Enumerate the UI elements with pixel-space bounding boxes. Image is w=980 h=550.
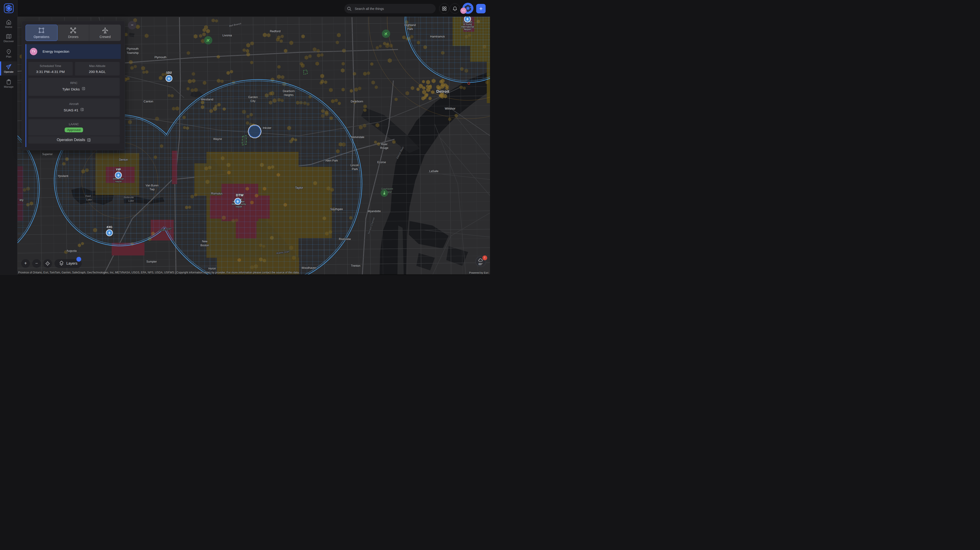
svg-text:Inkster: Inkster bbox=[263, 126, 272, 129]
svg-text:Taylor: Taylor bbox=[295, 186, 303, 190]
svg-text:Westland: Westland bbox=[201, 97, 213, 101]
svg-text:Sumpter: Sumpter bbox=[146, 260, 157, 263]
svg-text:Trenton: Trenton bbox=[351, 264, 361, 268]
svg-text:Van Buren: Van Buren bbox=[146, 184, 159, 187]
svg-text:New: New bbox=[202, 240, 207, 243]
svg-text:Southgate: Southgate bbox=[330, 207, 343, 211]
svg-text:Riverview: Riverview bbox=[339, 238, 351, 241]
svg-text:ery: ery bbox=[19, 198, 24, 202]
svg-text:Ecorse: Ecorse bbox=[377, 161, 386, 164]
svg-text:International: International bbox=[461, 26, 474, 28]
svg-text:Romulus: Romulus bbox=[211, 192, 223, 195]
svg-text:43G: 43G bbox=[107, 225, 113, 229]
svg-text:Lake: Lake bbox=[128, 199, 134, 202]
svg-text:Township: Township bbox=[127, 51, 138, 54]
svg-text:Plymouth: Plymouth bbox=[154, 56, 166, 59]
svg-text:Hamtramck: Hamtramck bbox=[430, 35, 445, 38]
svg-text:Woodhaven: Woodhaven bbox=[302, 266, 316, 269]
svg-text:Redford: Redford bbox=[270, 29, 280, 33]
svg-text:Airport: Airport bbox=[235, 205, 242, 208]
svg-text:City: City bbox=[251, 99, 256, 103]
svg-text:Augusta: Augusta bbox=[67, 249, 76, 252]
svg-text:Ford: Ford bbox=[85, 194, 91, 198]
svg-text:LaSalle: LaSalle bbox=[429, 170, 439, 173]
svg-text:Windsor: Windsor bbox=[445, 107, 455, 110]
svg-text:Melvindale: Melvindale bbox=[351, 136, 364, 139]
svg-text:Heights: Heights bbox=[284, 93, 294, 97]
svg-text:Denton: Denton bbox=[119, 158, 128, 161]
svg-text:Park: Park bbox=[352, 167, 358, 171]
svg-text:Dearborn: Dearborn bbox=[283, 89, 295, 93]
svg-text:Airport: Airport bbox=[464, 28, 471, 30]
svg-text:Allen Park: Allen Park bbox=[325, 159, 338, 162]
svg-text:Twp: Twp bbox=[150, 188, 154, 191]
svg-text:Rouge: Rouge bbox=[380, 147, 388, 150]
svg-text:Wayne: Wayne bbox=[213, 137, 222, 140]
svg-text:Superior: Superior bbox=[42, 153, 52, 156]
svg-text:Boston: Boston bbox=[200, 244, 209, 247]
svg-text:Lake: Lake bbox=[86, 198, 92, 201]
svg-text:Airport: Airport bbox=[115, 180, 122, 183]
svg-text:Dearborn: Dearborn bbox=[351, 100, 363, 103]
svg-text:YIP: YIP bbox=[116, 168, 121, 171]
svg-text:1D2: 1D2 bbox=[166, 71, 172, 74]
svg-text:DTW: DTW bbox=[236, 193, 243, 197]
svg-text:Livonia: Livonia bbox=[223, 33, 232, 37]
svg-text:Ypsilanti: Ypsilanti bbox=[58, 174, 68, 178]
svg-text:Highland: Highland bbox=[404, 24, 416, 27]
svg-text:Canton: Canton bbox=[143, 100, 153, 103]
svg-text:Detroit: Detroit bbox=[436, 89, 450, 93]
svg-text:River: River bbox=[381, 143, 387, 146]
svg-text:Park: Park bbox=[407, 27, 413, 30]
svg-text:Wyandotte: Wyandotte bbox=[368, 210, 381, 213]
svg-text:A Young: A Young bbox=[463, 23, 472, 26]
svg-text:Garden: Garden bbox=[248, 96, 258, 99]
svg-text:Huron: Huron bbox=[208, 267, 216, 270]
svg-text:Belleville: Belleville bbox=[124, 196, 134, 199]
svg-text:Plymouth: Plymouth bbox=[127, 47, 138, 50]
svg-text:Lincoln: Lincoln bbox=[350, 164, 359, 167]
